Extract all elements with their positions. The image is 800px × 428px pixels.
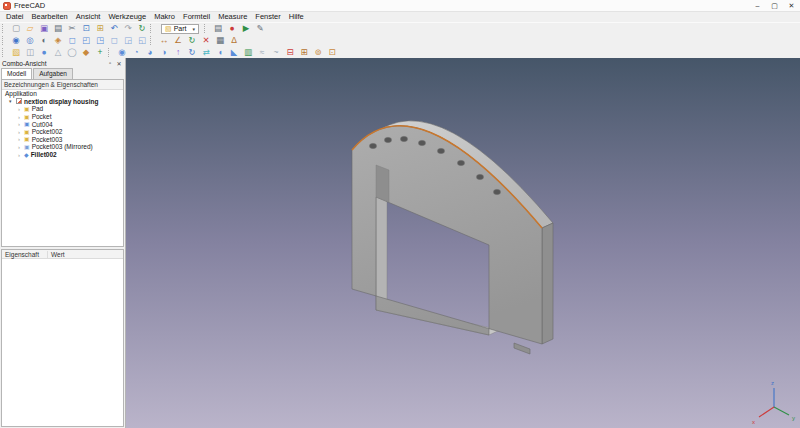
part-sphere-icon[interactable]: ● [37,47,51,58]
expander-icon[interactable]: ▾ [9,98,14,104]
loft-icon[interactable]: ≈ [255,47,269,58]
expand-chevron-icon[interactable]: › [18,136,22,142]
measure-refresh-icon[interactable]: ↻ [185,35,199,46]
ruled-surface-icon[interactable]: ▥ [241,47,255,58]
copy-icon[interactable]: ⊡ [79,23,93,34]
boolean-intersection-icon[interactable]: ◑ [157,47,171,58]
tree-item[interactable]: › ◆ Fillet002 [2,151,123,159]
maximize-button[interactable]: ▢ [766,0,783,11]
expand-chevron-icon[interactable]: › [18,114,22,120]
toolbar-grip[interactable] [2,24,7,33]
measure-clear-icon[interactable]: ✕ [199,35,213,46]
view-bottom-icon[interactable]: ◲ [121,35,135,46]
menu-item[interactable]: Makro [150,12,179,22]
open-file-icon[interactable]: ▱ [23,23,37,34]
combo-view-header[interactable]: Combo-Ansicht ▫ ✕ [0,58,125,68]
tree-item-application[interactable]: Applikation [2,90,123,98]
part-primitives-icon[interactable]: ◆ [79,47,93,58]
menu-item[interactable]: Formteil [179,12,214,22]
redo-icon[interactable]: ↷ [121,23,135,34]
fillet-icon[interactable]: ◖ [213,47,227,58]
view-rear-icon[interactable]: ◻ [107,35,121,46]
measure-linear-icon[interactable]: ↔ [157,35,171,46]
draw-style-icon[interactable]: ◐ [37,35,51,46]
workbench-selector[interactable]: ▧ Part ▾ [161,24,199,34]
view-left-icon[interactable]: ◱ [135,35,149,46]
tree-item[interactable]: › ▣ Pocket [2,113,123,121]
sweep-icon[interactable]: ~ [269,47,283,58]
expand-chevron-icon[interactable]: › [18,144,22,150]
close-button[interactable]: ✕ [783,0,800,11]
measure-angular-icon[interactable]: ∠ [171,35,185,46]
extrude-icon[interactable]: ↑ [171,47,185,58]
tab-modell[interactable]: Modell [1,68,32,79]
property-column-value[interactable]: Wert [48,251,68,258]
fit-selection-icon[interactable]: ◎ [23,35,37,46]
menu-item[interactable]: Hilfe [285,12,308,22]
tree-item[interactable]: › ▣ Pocket003 (Mirrored) [2,143,123,151]
macro-dialog-icon[interactable]: ▤ [211,23,225,34]
cross-sections-icon[interactable]: ⊞ [297,47,311,58]
part-box-icon[interactable]: ▧ [9,47,23,58]
new-file-icon[interactable]: ▢ [9,23,23,34]
tree-item[interactable]: › ▣ Cut004 [2,120,123,128]
menu-item[interactable]: Werkzeuge [104,12,150,22]
view-front-icon[interactable]: ◻ [65,35,79,46]
macro-record-icon[interactable]: ● [225,23,239,34]
chamfer-icon[interactable]: ◣ [227,47,241,58]
toolbar-grip[interactable] [108,48,113,57]
macro-edit-icon[interactable]: ✎ [253,23,267,34]
expand-chevron-icon[interactable]: › [18,152,22,158]
paste-icon[interactable]: ⊞ [93,23,107,34]
view-right-icon[interactable]: ◳ [93,35,107,46]
menu-item[interactable]: Measure [214,12,251,22]
undo-icon[interactable]: ↶ [107,23,121,34]
part-torus-icon[interactable]: ◯ [65,47,79,58]
minimize-button[interactable]: – [749,0,766,11]
view-top-icon[interactable]: ◰ [79,35,93,46]
shape-builder-icon[interactable]: + [93,47,107,58]
toolbar-grip[interactable] [2,48,7,57]
measure-toggle-3d-icon[interactable]: ▦ [213,35,227,46]
property-editor: Eigenschaft Wert [1,249,124,427]
fit-all-icon[interactable]: ◉ [9,35,23,46]
toolbar-grip[interactable] [2,36,7,45]
expand-chevron-icon[interactable]: › [18,129,22,135]
toolbar-grip[interactable] [150,24,155,33]
property-column-name[interactable]: Eigenschaft [2,251,48,258]
tree-item[interactable]: › ▣ Pocket003 [2,136,123,144]
float-panel-icon[interactable]: ▫ [106,60,114,66]
cut-icon[interactable]: ✂ [65,23,79,34]
mirror-icon[interactable]: ⇄ [199,47,213,58]
menu-item[interactable]: Fenster [251,12,284,22]
boolean-icon[interactable]: ◉ [115,47,129,58]
thickness-icon[interactable]: ⊡ [325,47,339,58]
3d-viewport[interactable]: z x y [126,58,800,428]
close-panel-icon[interactable]: ✕ [115,60,123,67]
save-icon[interactable]: ▣ [37,23,51,34]
expand-chevron-icon[interactable]: › [18,121,22,127]
tree-item[interactable]: › ▣ Pad [2,105,123,113]
boolean-cut-icon[interactable]: ◔ [129,47,143,58]
expand-chevron-icon[interactable]: › [18,106,22,112]
tab-aufgaben[interactable]: Aufgaben [33,68,73,79]
offset-icon[interactable]: ⊚ [311,47,325,58]
revolve-icon[interactable]: ↻ [185,47,199,58]
view-isometric-icon[interactable]: ◈ [51,35,65,46]
tree-item[interactable]: › ▣ Pocket002 [2,128,123,136]
menu-item[interactable]: Bearbeiten [28,12,72,22]
refresh-icon[interactable]: ↻ [135,23,149,34]
boolean-union-icon[interactable]: ◕ [143,47,157,58]
toolbar-grip[interactable] [204,24,209,33]
part-cone-icon[interactable]: △ [51,47,65,58]
tree-item-document[interactable]: ▾ nextion display housing [2,98,123,106]
section-icon[interactable]: ⊟ [283,47,297,58]
menu-item[interactable]: Ansicht [72,12,105,22]
part-cylinder-icon[interactable]: ◫ [23,47,37,58]
macro-execute-icon[interactable]: ▶ [239,23,253,34]
menu-item[interactable]: Datei [2,12,28,22]
measure-toggle-delta-icon[interactable]: Δ [227,35,241,46]
print-icon[interactable]: ▤ [51,23,65,34]
toolbar-grip[interactable] [150,36,155,45]
tree-item-label: Fillet002 [31,151,57,158]
